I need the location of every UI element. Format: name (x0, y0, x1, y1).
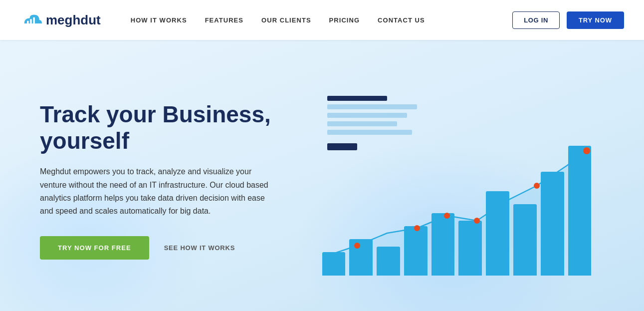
brand-name: meghdut (46, 12, 101, 28)
bar-4 (404, 226, 428, 276)
bar-6 (458, 221, 482, 275)
doc-line-3 (327, 113, 407, 118)
bar-chart (317, 146, 597, 276)
hero-content: Track your Business, yourself Meghdut em… (40, 101, 299, 259)
navbar: meghdut HOW IT WORKS FEATURES OUR CLIENT… (0, 0, 644, 40)
nav-our-clients[interactable]: OUR CLIENTS (261, 16, 311, 24)
hero-title-line2: yourself (40, 128, 129, 154)
doc-line-4 (327, 121, 397, 126)
doc-line-1 (327, 96, 387, 101)
nav-how-it-works[interactable]: HOW IT WORKS (131, 16, 187, 24)
bar-5 (431, 213, 455, 276)
try-now-button[interactable]: TRY NOW (567, 11, 624, 29)
chart-container (317, 86, 597, 276)
doc-line-2 (327, 104, 417, 109)
bar-10 (568, 146, 592, 276)
svg-rect-1 (30, 19, 32, 25)
see-how-it-works-button[interactable]: SEE HOW IT WORKS (164, 244, 235, 252)
bar-7 (486, 191, 509, 276)
svg-rect-2 (33, 17, 35, 25)
svg-rect-0 (27, 21, 29, 25)
hero-title-line1: Track your Business, (40, 101, 271, 127)
bar-2 (349, 239, 373, 276)
doc-line-5 (327, 130, 412, 135)
hero-title: Track your Business, yourself (40, 101, 299, 154)
hero-description: Meghdut empowers you to track, analyze a… (40, 165, 269, 218)
nav-pricing[interactable]: PRICING (329, 16, 360, 24)
login-button[interactable]: LOG IN (512, 11, 560, 29)
bar-3 (377, 247, 400, 275)
hero-section: Track your Business, yourself Meghdut em… (0, 40, 644, 311)
hero-illustration (299, 86, 614, 276)
doc-lines (327, 96, 417, 154)
nav-contact-us[interactable]: CONTACT US (378, 16, 425, 24)
bar-1 (322, 252, 346, 276)
try-now-free-button[interactable]: TRY NOW FOR FREE (40, 236, 149, 260)
logo[interactable]: meghdut (20, 11, 101, 29)
nav-links: HOW IT WORKS FEATURES OUR CLIENTS PRICIN… (131, 16, 513, 24)
bar-8 (513, 204, 537, 276)
bar-9 (541, 172, 564, 276)
nav-features[interactable]: FEATURES (205, 16, 243, 24)
hero-buttons: TRY NOW FOR FREE SEE HOW IT WORKS (40, 236, 299, 260)
nav-actions: LOG IN TRY NOW (512, 11, 624, 29)
logo-icon (20, 11, 42, 29)
